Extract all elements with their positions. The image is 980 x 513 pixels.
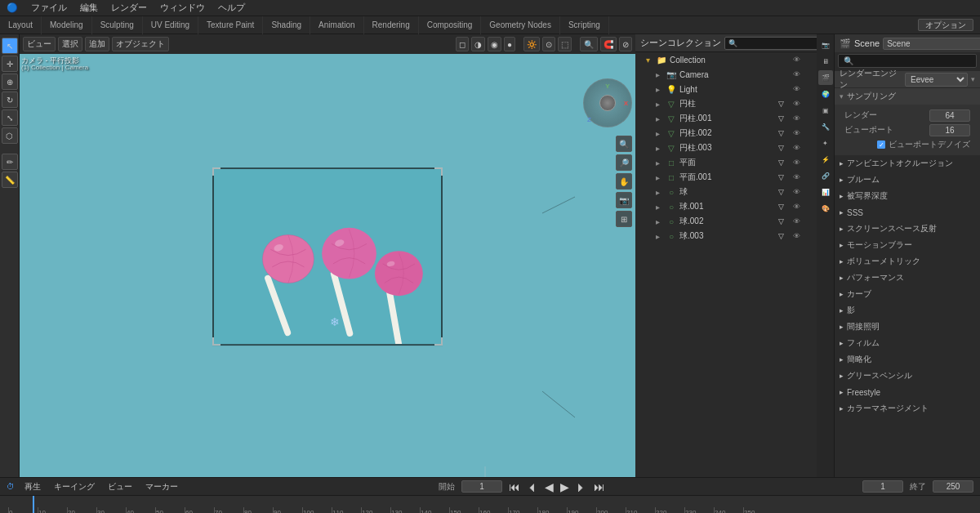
tab-scripting[interactable]: Scripting <box>560 16 609 34</box>
tab-rendering[interactable]: Rendering <box>364 16 419 34</box>
section-indirect[interactable]: ▸間接照明 <box>835 319 980 335</box>
outliner-item-cylinder001[interactable]: ▸ ▽ 円柱.001 ▽ 👁 <box>635 111 817 126</box>
menu-help[interactable]: ヘルプ <box>215 1 248 15</box>
prop-output-icon[interactable]: 🖥 <box>818 54 833 69</box>
sampling-section[interactable]: ▾ サンプリング <box>835 88 980 105</box>
tab-animation[interactable]: Animation <box>310 16 363 34</box>
render-engine-section[interactable]: レンダーエンジン Eevee Cycles Workbench ▾ <box>835 71 980 87</box>
tab-layout[interactable]: Layout <box>0 16 42 34</box>
next-frame-btn[interactable]: ⏵ <box>576 480 587 493</box>
show-gizmo-btn[interactable]: 🔆 <box>523 37 540 51</box>
section-ssr[interactable]: ▸スクリーンスペース反射 <box>835 221 980 237</box>
tab-compositing[interactable]: Compositing <box>419 16 482 34</box>
jump-end-btn[interactable]: ⏭ <box>594 480 605 493</box>
viewport-value[interactable]: 16 <box>929 124 970 136</box>
xray-btn[interactable]: ⬚ <box>558 37 572 51</box>
section-sss[interactable]: ▸SSS <box>835 204 980 221</box>
section-film[interactable]: ▸フィルム <box>835 335 980 351</box>
tab-texture-paint[interactable]: Texture Paint <box>198 16 263 34</box>
vp-view-menu[interactable]: ビュー <box>23 37 56 51</box>
keying-btn[interactable]: キーイング <box>51 480 98 493</box>
props-search-input[interactable] <box>838 54 977 68</box>
outliner-item-sphere001[interactable]: ▸ ○ 球.001 ▽ 👁 <box>635 199 817 214</box>
viewport-gizmo[interactable]: X Y Z <box>583 78 632 127</box>
viewport-3d[interactable]: カメラ - 平行投影 (1) Collection | Camera X Y Z… <box>20 54 635 477</box>
prop-particles-icon[interactable]: ✦ <box>818 136 833 150</box>
tool-cursor[interactable]: ✛ <box>2 56 18 72</box>
menu-file[interactable]: ファイル <box>28 1 70 15</box>
jump-start-btn[interactable]: ⏮ <box>509 480 520 493</box>
render-value[interactable]: 64 <box>929 109 970 122</box>
snap-btn[interactable]: 🧲 <box>600 37 617 51</box>
view-menu-btn[interactable]: ビュー <box>105 480 136 493</box>
show-overlay-btn[interactable]: ⊙ <box>542 37 555 51</box>
tool-rotate[interactable]: ↻ <box>2 91 18 108</box>
outliner-item-camera[interactable]: ▸ 📷 Camera 👁 <box>635 67 817 82</box>
play-btn[interactable]: 再生 <box>21 480 44 493</box>
tool-annotate[interactable]: ✏ <box>2 154 18 170</box>
marker-btn[interactable]: マーカー <box>142 480 181 493</box>
tab-shading[interactable]: Shading <box>263 16 310 34</box>
camera-vis[interactable]: 👁 <box>793 70 800 78</box>
viewport-denoise-checkbox[interactable]: ✓ <box>877 141 885 149</box>
play-reverse-btn[interactable]: ◀ <box>545 480 554 493</box>
prop-scene-icon[interactable]: 🎬 <box>818 70 833 85</box>
tool-scale[interactable]: ⤡ <box>2 109 18 126</box>
shading-material[interactable]: ◉ <box>488 37 501 51</box>
tab-geometry-nodes[interactable]: Geometry Nodes <box>481 16 560 34</box>
section-curve[interactable]: ▸カーブ <box>835 286 980 302</box>
pan-btn[interactable]: ✋ <box>616 173 632 190</box>
prev-frame-btn[interactable]: ⏴ <box>527 480 538 493</box>
prop-modifier-icon[interactable]: 🔧 <box>818 119 833 134</box>
vp-select-menu[interactable]: 選択 <box>58 37 82 51</box>
zoom-in-btn[interactable]: 🔍 <box>616 136 632 152</box>
tool-measure[interactable]: 📏 <box>2 172 18 188</box>
section-motionblur[interactable]: ▸モーションブラー <box>835 237 980 253</box>
outliner-item-sphere[interactable]: ▸ ○ 球 ▽ 👁 <box>635 185 817 199</box>
outliner-item-collection[interactable]: ▾ 📁 Collection 👁 <box>635 52 817 67</box>
vp-object-menu[interactable]: オブジェクト <box>112 37 169 51</box>
section-ao[interactable]: ▸アンビエントオクルージョン <box>835 155 980 172</box>
menu-window[interactable]: ウィンドウ <box>157 1 208 15</box>
prop-data-icon[interactable]: 📊 <box>818 185 833 199</box>
shading-wireframe[interactable]: ◻ <box>456 37 469 51</box>
outliner-item-cylinder[interactable]: ▸ ▽ 円柱 ▽ 👁 <box>635 96 817 111</box>
tool-select[interactable]: ↖ <box>2 38 18 54</box>
outliner-item-sphere002[interactable]: ▸ ○ 球.002 ▽ 👁 <box>635 214 817 229</box>
timeline-ruler[interactable]: 0 10 20 30 40 50 60 70 80 90 100 110 120… <box>0 496 980 513</box>
object-select-btn[interactable]: ⊞ <box>616 211 632 227</box>
outliner-item-sphere003[interactable]: ▸ ○ 球.003 ▽ 👁 <box>635 229 817 243</box>
outliner-search-input[interactable] <box>724 37 824 50</box>
section-color[interactable]: ▸カラーマネージメント <box>835 400 980 417</box>
tool-move[interactable]: ⊕ <box>2 74 18 90</box>
section-grease[interactable]: ▸グリースペンシル <box>835 368 980 384</box>
blender-logo[interactable]: 🔵 <box>3 2 21 14</box>
prop-render-icon[interactable]: 📷 <box>818 38 833 52</box>
shading-rendered[interactable]: ● <box>504 37 515 51</box>
play-forward-btn[interactable]: ▶ <box>560 480 569 493</box>
outliner-item-plane001[interactable]: ▸ □ 平面.001 ▽ 👁 <box>635 170 817 185</box>
section-shadow[interactable]: ▸影 <box>835 302 980 319</box>
current-frame-input[interactable]: 1 <box>862 480 903 493</box>
camera-view-btn[interactable]: 📷 <box>616 192 632 208</box>
proportional-btn[interactable]: ⊘ <box>619 37 632 51</box>
shading-solid[interactable]: ◑ <box>471 37 485 51</box>
tab-uv-editing[interactable]: UV Editing <box>143 16 198 34</box>
vp-add-menu[interactable]: 追加 <box>85 37 109 51</box>
timeline-icon[interactable]: ⏱ <box>7 482 15 491</box>
section-dof[interactable]: ▸被写界深度 <box>835 188 980 204</box>
prop-object-icon[interactable]: ▣ <box>818 103 833 118</box>
frame-end-input[interactable]: 250 <box>933 480 973 493</box>
render-engine-select[interactable]: Eevee Cycles Workbench <box>905 73 968 87</box>
light-vis[interactable]: 👁 <box>793 85 800 93</box>
section-bloom[interactable]: ▸ブルーム <box>835 172 980 188</box>
cylinder-vis[interactable]: 👁 <box>793 100 800 108</box>
prop-physics-icon[interactable]: ⚡ <box>818 152 833 167</box>
tab-modeling[interactable]: Modeling <box>42 16 92 34</box>
outliner-item-light[interactable]: ▸ 💡 Light 👁 <box>635 82 817 96</box>
section-volumetric[interactable]: ▸ボリューメトリック <box>835 253 980 270</box>
tool-transform[interactable]: ⬡ <box>2 127 18 144</box>
tab-sculpting[interactable]: Sculpting <box>92 16 143 34</box>
prop-world-icon[interactable]: 🌍 <box>818 87 833 101</box>
zoom-out-btn[interactable]: 🔎 <box>616 154 632 171</box>
